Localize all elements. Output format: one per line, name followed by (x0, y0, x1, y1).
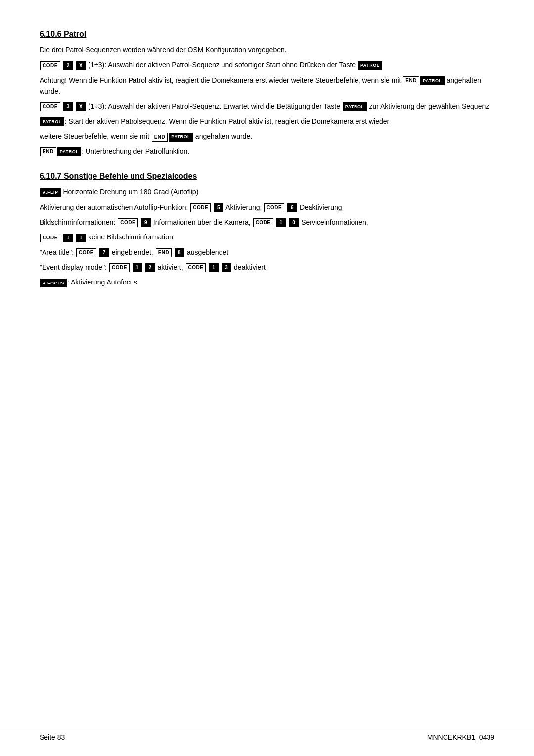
num1-key-5: 1 (209, 263, 219, 272)
num8-key: 8 (175, 248, 184, 257)
section-patrol: 6.10.6 Patrol Die drei Patrol-Sequenzen … (40, 30, 494, 157)
aflip-badge: A.FLIP (40, 188, 61, 197)
patrol-line2: Achtung! Wenn die Funktion Patrol aktiv … (40, 75, 494, 97)
num1-key-2: 1 (63, 234, 73, 242)
num2-key-1: 2 (63, 61, 73, 70)
page-content: 6.10.6 Patrol Die drei Patrol-Sequenzen … (0, 0, 534, 342)
num9-key: 9 (141, 218, 151, 227)
num7-key: 7 (99, 248, 109, 257)
patrol-badge-3: PATROL (343, 102, 367, 111)
afocus-badge: A.FOCUS (40, 279, 67, 287)
sonstige-line6: A.FOCUS: Aktivierung Autofocus (40, 277, 494, 287)
patrol-badge-4: PATROL (40, 117, 64, 126)
code-key-1: CODE (40, 61, 60, 70)
sonstige-line6-text: : Aktivierung Autofocus (67, 278, 137, 286)
patrol-line3-text: (1÷3): Auswahl der aktiven Patrol-Sequen… (89, 102, 342, 110)
patrol-desc1: Die drei Patrol-Sequenzen werden während… (40, 45, 494, 55)
end-key-3: END (40, 147, 56, 156)
section-sonstige: 6.10.7 Sonstige Befehle und Spezialcodes… (40, 172, 494, 288)
patrol-line4-text: : Start der aktiven Patrolsequenz. Wenn … (65, 117, 390, 125)
num1-key-4: 1 (133, 263, 142, 272)
num3-key-2: 3 (222, 263, 231, 272)
section-patrol-title: 6.10.6 Patrol (40, 30, 494, 39)
patrol-badge-1: PATROL (358, 61, 382, 70)
sonstige-line5b-text: aktiviert, (156, 263, 185, 271)
sonstige-line1-text: Horizontale Drehung um 180 Grad (Autofli… (61, 188, 199, 196)
num3-key: 3 (63, 102, 73, 111)
patrol-line4b: weitere Steuerbefehle, wenn sie mit ENDP… (40, 131, 494, 142)
num2-key-2: 2 (145, 263, 155, 272)
end-key-1: END (403, 76, 419, 85)
patrol-line5-text: : Unterbrechung der Patrolfunktion. (82, 147, 189, 155)
patrol-badge-2: PATROL (420, 76, 445, 85)
sonstige-line2: Aktivierung der automatischen Autoflip-F… (40, 202, 494, 213)
code-key-7: CODE (40, 234, 60, 242)
patrol-badge-5: PATROL (169, 133, 193, 142)
sonstige-line2-text: Aktivierung der automatischen Autoflip-F… (40, 203, 190, 211)
num0-key: 0 (289, 218, 299, 227)
sonstige-line2b-text: Aktivierung; (224, 203, 264, 211)
patrol-line5: ENDPATROL: Unterbrechung der Patrolfunkt… (40, 146, 494, 157)
code-key-10: CODE (186, 263, 206, 272)
patrol-line4: PATROL: Start der aktiven Patrolsequenz.… (40, 116, 494, 127)
section-sonstige-title: 6.10.7 Sonstige Befehle und Spezialcodes (40, 172, 494, 181)
sonstige-line3-text: Bildschirminformationen: (40, 218, 117, 226)
sonstige-line1: A.FLIP Horizontale Drehung um 180 Grad (… (40, 187, 494, 197)
x-key-2: X (76, 102, 86, 111)
sonstige-line3d-text: keine Bildschirminformation (87, 233, 173, 241)
num5-key: 5 (214, 203, 223, 212)
sonstige-line5c-text: deaktiviert (232, 263, 266, 271)
patrol-badge-6: PATROL (57, 147, 82, 156)
code-key-4: CODE (264, 203, 284, 212)
sonstige-line4-text: "Area title": (40, 248, 76, 256)
patrol-line3b-text: zur Aktivierung der gewählten Sequenz (367, 102, 490, 110)
code-key-5: CODE (118, 218, 138, 227)
code-key-6: CODE (253, 218, 273, 227)
sonstige-line3c-text: Serviceinformationen, (299, 218, 368, 226)
code-key-9: CODE (109, 263, 130, 272)
page-number: Seite 83 (40, 733, 65, 741)
patrol-line4b-text: weitere Steuerbefehle, wenn sie mit (40, 132, 151, 140)
patrol-line2-text: Achtung! Wenn die Funktion Patrol aktiv … (40, 76, 402, 84)
x-key-1: X (76, 61, 86, 70)
code-key-3: CODE (190, 203, 211, 212)
patrol-line1-text: (1÷3): Auswahl der aktiven Patrol-Sequen… (89, 61, 357, 69)
num6-key: 6 (287, 203, 297, 212)
sonstige-line3b-text: Informationen über die Kamera, (151, 218, 253, 226)
patrol-line3: CODE 3 X (1÷3): Auswahl der aktiven Patr… (40, 101, 494, 112)
sonstige-line5: "Event display mode": CODE 1 2 aktiviert… (40, 262, 494, 273)
doc-id: MNNCEKRKB1_0439 (427, 733, 494, 741)
code-key-8: CODE (76, 248, 96, 257)
sonstige-line3: Bildschirminformationen: CODE 9 Informat… (40, 217, 494, 228)
num1-key-3: 1 (76, 234, 86, 242)
sonstige-line5-text: "Event display mode": (40, 263, 109, 271)
end-key-2: END (152, 133, 168, 142)
page-footer: Seite 83 MNNCEKRKB1_0439 (0, 729, 534, 741)
num1-key-1: 1 (276, 218, 286, 227)
sonstige-line4b-text: eingeblendet, (110, 248, 155, 256)
end-key-4: END (156, 248, 172, 257)
patrol-line4c-text: angehalten wurde. (193, 132, 252, 140)
sonstige-line3d: CODE 1 1 keine Bildschirminformation (40, 232, 494, 242)
sonstige-line4: "Area title": CODE 7 eingeblendet, END 8… (40, 247, 494, 258)
sonstige-line4c-text: ausgeblendet (185, 248, 228, 256)
code-key-2: CODE (40, 102, 60, 111)
patrol-line1: CODE 2 X (1÷3): Auswahl der aktiven Patr… (40, 59, 494, 70)
sonstige-line2c-text: Deaktivierung (298, 203, 342, 211)
